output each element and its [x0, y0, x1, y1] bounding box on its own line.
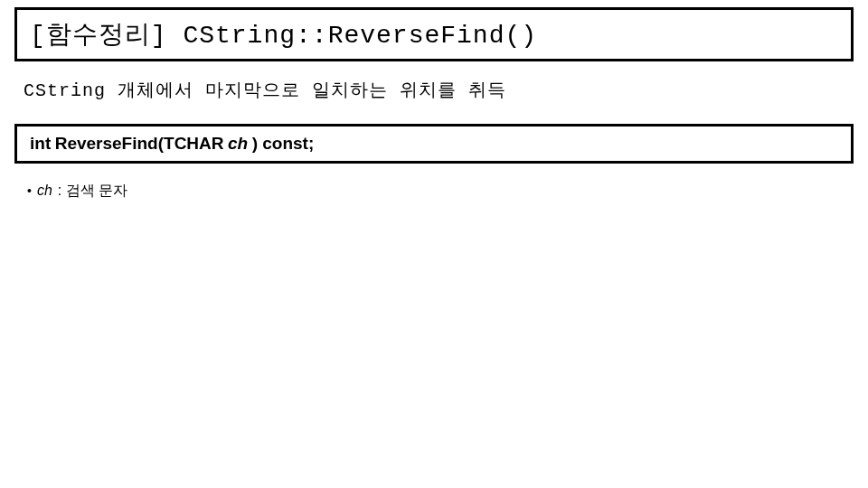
function-name: ReverseFind(TCHAR — [55, 134, 224, 153]
param-name: ch — [37, 183, 52, 199]
title-box: [함수정리] CString::ReverseFind() — [14, 7, 854, 61]
bullet-icon: • — [27, 183, 32, 198]
return-type: int — [30, 134, 51, 153]
signature-tail: ) const; — [252, 134, 315, 153]
param-name-sig: ch — [228, 134, 248, 153]
signature-box: int ReverseFind(TCHAR ch ) const; — [14, 124, 854, 164]
description-text: CString 개체에서 마지막으로 일치하는 위치를 취득 — [24, 78, 844, 102]
param-line: • ch : 검색 문자 — [27, 182, 841, 201]
param-description: : 검색 문자 — [58, 182, 127, 201]
page-title: [함수정리] CString::ReverseFind() — [30, 17, 838, 52]
